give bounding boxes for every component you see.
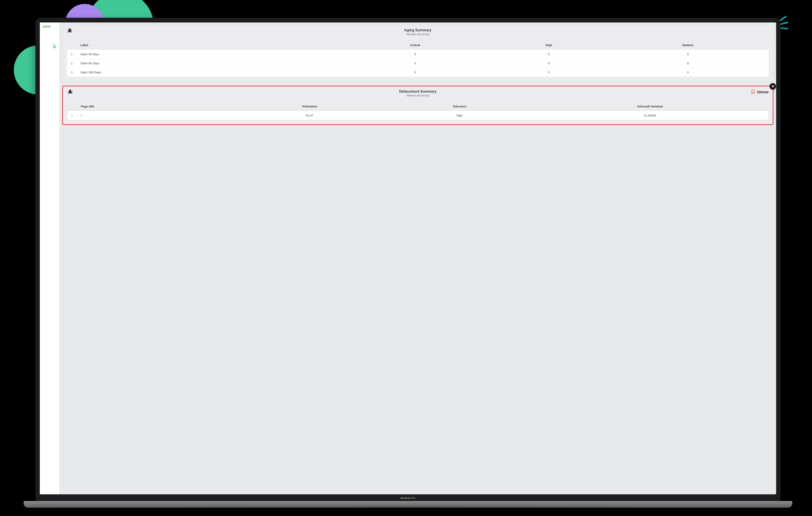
svg-text:PDF: PDF [752, 92, 754, 93]
svg-rect-4 [69, 91, 71, 93]
row-overall: 41.40625 [532, 111, 768, 120]
sitemap-link[interactable]: Sitemap [757, 90, 768, 93]
row-label: Open 30 Days [77, 50, 340, 59]
row-critical: 0 [340, 68, 490, 77]
aging-table: Label Critical High Medium 1 Open 30 Day… [67, 40, 769, 77]
export-excel-button[interactable] [51, 43, 58, 50]
row-index: 1 [67, 50, 77, 59]
row-medium: 0 [607, 68, 768, 77]
def-col-overall: %Overall Variation [532, 102, 768, 111]
def-col-url: Page URL [77, 102, 232, 111]
defacement-subtitle: Malware Monitoring [67, 94, 768, 97]
row-high: 0 [490, 68, 607, 77]
table-row[interactable]: 1 / 52.47 High 41.40625 [67, 111, 768, 120]
aging-col-label: Label [77, 40, 340, 50]
row-variation: 52.47 [232, 111, 387, 120]
bug-icon [67, 89, 73, 95]
aging-col-index [67, 40, 77, 50]
left-rail: SAFE [40, 23, 60, 494]
row-high: 0 [490, 50, 607, 59]
row-label: Open 90 Days [77, 59, 340, 68]
safe-status-badge: SAFE [41, 24, 52, 29]
pdf-file-icon[interactable]: PDF [751, 89, 755, 94]
row-medium: 0 [607, 59, 768, 68]
row-medium: 0 [607, 50, 768, 59]
def-col-variation: %Variation [232, 102, 387, 111]
row-high: 0 [490, 59, 607, 68]
row-tolerance: High [387, 111, 532, 120]
svg-rect-2 [68, 30, 71, 32]
table-row[interactable]: 3 Open 180 Days 0 0 0 [67, 68, 768, 77]
row-critical: 0 [340, 50, 490, 59]
aging-summary-card: Aging Summary Malware Monitoring Label C… [62, 25, 773, 81]
camera-dot [407, 20, 409, 22]
aging-subtitle: Malware Monitoring [67, 33, 769, 36]
aging-col-medium: Medium [607, 40, 768, 50]
aging-col-critical: Critical [340, 40, 490, 50]
row-index: 3 [67, 68, 77, 77]
aging-col-high: High [490, 40, 607, 50]
aging-title: Aging Summary [67, 28, 769, 32]
defacement-table: Page URL %Variation Tolerance %Overall V… [67, 102, 768, 120]
app-screen: SAFE [40, 23, 776, 494]
row-index: 2 [67, 59, 77, 68]
decor-dashes [780, 18, 788, 29]
defacement-title: Defacement Summary [67, 89, 768, 94]
table-row[interactable]: 2 Open 90 Days 0 0 0 [67, 59, 768, 68]
laptop-frame: SAFE [35, 18, 780, 502]
def-col-index [67, 102, 77, 111]
laptop-shadow [28, 506, 788, 514]
table-row[interactable]: 1 Open 30 Days 0 0 0 [67, 50, 768, 59]
bug-icon [67, 28, 73, 34]
row-index: 1 [67, 111, 77, 120]
row-url: / [77, 111, 232, 120]
row-critical: 0 [340, 59, 490, 68]
def-col-tolerance: Tolerance [387, 102, 532, 111]
content-area: Aging Summary Malware Monitoring Label C… [60, 23, 776, 494]
row-label: Open 180 Days [77, 68, 340, 77]
defacement-summary-card: ✕ Defacement Summary Malware Monitoring [62, 86, 773, 125]
laptop-base-label: MacBook Pro [401, 497, 415, 499]
excel-file-icon [53, 44, 56, 48]
